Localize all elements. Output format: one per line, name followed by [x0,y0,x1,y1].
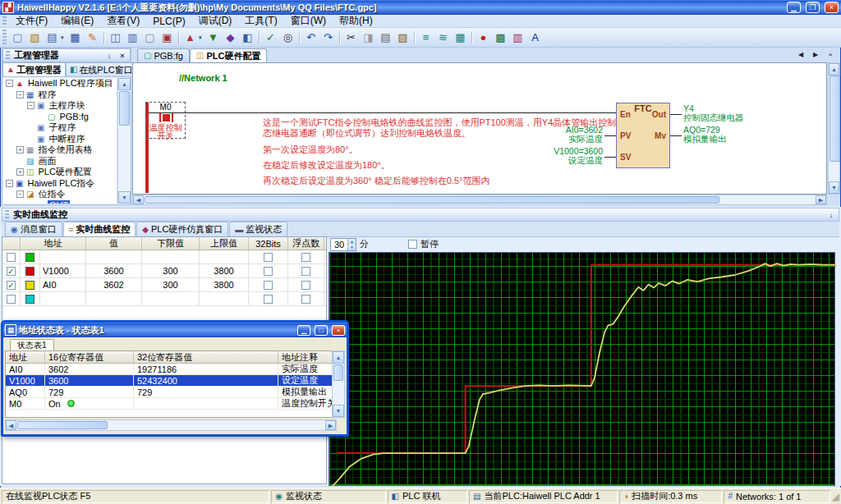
value-format-checkbox[interactable] [264,253,273,262]
tree-expander-icon[interactable]: − [16,190,24,198]
tree-expander-icon[interactable]: − [27,102,34,109]
menu-item-1[interactable]: 文件(F) [9,13,54,29]
insert-network-icon[interactable]: ≡ [418,30,434,45]
editor-tab-1[interactable]: ▢PGB:fg [137,48,190,62]
minimize-button[interactable]: ▁ [787,2,801,13]
menu-item-6[interactable]: 工具(T) [238,13,283,29]
scroll-left-icon[interactable]: ◀ [133,195,144,204]
address-row[interactable]: AI0360219271186实际温度 [6,364,336,375]
scroll-up-icon[interactable]: ▲ [118,78,131,90]
menubar-grip[interactable] [2,16,7,26]
tree-item[interactable]: ▨画面 [3,156,117,167]
scroll-up-icon[interactable]: ▲ [333,351,344,364]
status-table-tab[interactable]: 状态表1 [10,339,54,351]
resize-grip-icon[interactable]: ◢ [832,491,839,502]
value-format-checkbox[interactable] [264,267,273,276]
time-window-spinner[interactable]: 30 ▲▼ [330,238,356,251]
pin-icon[interactable]: ↓ [103,50,115,61]
watch-row[interactable] [2,292,326,306]
restore-button[interactable]: ❐ [806,2,820,13]
watch-row[interactable]: ✓V100036003003800 [2,264,326,278]
save-icon[interactable]: ▦ [67,30,83,45]
menu-item-4[interactable]: PLC(P) [146,15,191,28]
tree-item[interactable]: −▲Haiwell PLC程序项目 [3,78,117,89]
value-format-checkbox[interactable] [301,267,310,276]
spin-up-icon[interactable]: ▲ [347,239,356,245]
tree-item[interactable]: +◫PLC硬件配置 [3,167,117,178]
upload-plc-icon[interactable]: ◆ [223,30,238,45]
curve-enable-checkbox[interactable]: ✓ [7,267,16,276]
delete-icon[interactable]: ◨ [361,30,376,45]
scroll-thumb[interactable] [119,91,130,126]
tree-item[interactable]: ▢PGB:fg [3,112,117,123]
scroll-right-icon[interactable]: ▶ [325,420,336,430]
undo-icon[interactable]: ↶ [303,30,319,45]
scroll-thumb[interactable] [145,196,719,204]
value-format-checkbox[interactable] [264,281,273,290]
menu-item-3[interactable]: 查看(V) [100,13,146,29]
ftc-instruction-block[interactable]: FTC En PV SV Out Mv [616,103,670,168]
value-format-checkbox[interactable] [301,253,310,262]
watch-row[interactable] [2,250,326,264]
project-panel-grip[interactable] [6,51,10,61]
value-format-checkbox[interactable] [301,281,310,290]
doc-prev-icon[interactable]: ◀ [795,49,807,60]
save-as-icon[interactable]: ▤ [44,30,60,45]
compile-icon-dropdown[interactable]: ▾ [199,34,205,41]
curve-enable-checkbox[interactable]: ✓ [7,281,16,290]
pause-checkbox[interactable] [408,240,417,249]
scroll-left-icon[interactable]: ◀ [6,420,16,430]
tree-item[interactable]: ▣子程序 [3,122,117,134]
maximize-button[interactable]: □ [315,325,328,336]
redo-icon[interactable]: ↷ [320,30,336,45]
contact-m0[interactable]: M0 温度控制开关 [145,102,186,139]
paste-icon[interactable]: ▨ [395,30,411,45]
doc-close-icon[interactable]: × [825,49,836,60]
scroll-down-icon[interactable]: ▼ [118,191,131,204]
address-row[interactable]: M0On温度控制开关 [6,398,336,410]
toolbar-grip[interactable] [2,30,7,44]
address-row[interactable]: AQ0729729模拟量输出 [6,387,336,398]
stop-plc-icon[interactable]: ● [476,30,491,45]
menu-item-5[interactable]: 调试(D) [192,13,239,29]
close-project-icon[interactable]: ▣ [159,30,175,45]
tree-item[interactable]: −▦程序 [3,89,117,101]
page-setup-icon[interactable]: ◫ [108,30,123,45]
curve-monitor-icon[interactable]: ▥ [510,30,526,45]
trend-chart[interactable] [329,252,835,486]
address-window-titlebar[interactable]: ▦ 地址状态表 - 状态表1 ▁ □ × [3,323,347,337]
scroll-thumb[interactable] [17,421,108,429]
watch-row[interactable]: ✓AI036023003800 [2,278,326,292]
project-tree-scrollbar[interactable]: ▲ ▼ [117,78,130,204]
hardware-sim-icon[interactable]: ▩ [493,30,508,45]
value-format-checkbox[interactable] [301,295,310,304]
tree-item[interactable]: ▣中断程序 [3,134,117,145]
address-status-window[interactable]: ▦ 地址状态表 - 状态表1 ▁ □ × 状态表1 地址16位寄存器值32位寄存… [1,320,349,437]
menu-item-7[interactable]: 窗口(W) [284,13,333,29]
copy-icon[interactable]: ▤ [378,30,393,45]
doc-next-icon[interactable]: ▶ [810,49,821,60]
value-format-checkbox[interactable] [264,295,273,304]
close-button[interactable]: × [332,325,345,336]
cut-icon[interactable]: ✂ [343,30,359,45]
tree-item[interactable]: −◪位指令 [3,189,117,200]
editor-vscrollbar[interactable]: ▲ ▼ [828,62,840,195]
print-preview-icon[interactable]: ▥ [125,30,140,45]
project-panel-header[interactable]: 工程管理器 ↓ × [2,48,131,62]
scroll-right-icon[interactable]: ▶ [816,195,826,204]
monitor-panel-grip[interactable] [5,210,9,220]
download-plc-icon[interactable]: ▼ [205,30,221,45]
ladder-canvas[interactable]: //Network 1 M0 温度控制开关 这是一个测试FTC指令控制电烙铁的曲… [132,62,827,195]
tree-item[interactable]: −▣Haiwell PLC指令 [3,178,117,190]
syntax-check-icon[interactable]: ✓ [263,30,278,45]
tree-expander-icon[interactable]: − [16,91,24,99]
open-file-icon[interactable]: ▧ [27,30,43,45]
tree-item[interactable]: ▬OUT [3,200,117,204]
spin-down-icon[interactable]: ▼ [347,245,356,250]
scroll-thumb[interactable] [830,76,840,162]
font-icon[interactable]: A [527,30,543,45]
editor-tab-2[interactable]: ◫PLC硬件配置 [190,48,267,62]
monitor-tab-3[interactable]: ◆PLC硬件仿真窗口 [136,222,228,236]
new-file-icon[interactable]: ▢ [10,30,25,45]
address-row[interactable]: V1000360052432400设定温度 [6,375,336,387]
